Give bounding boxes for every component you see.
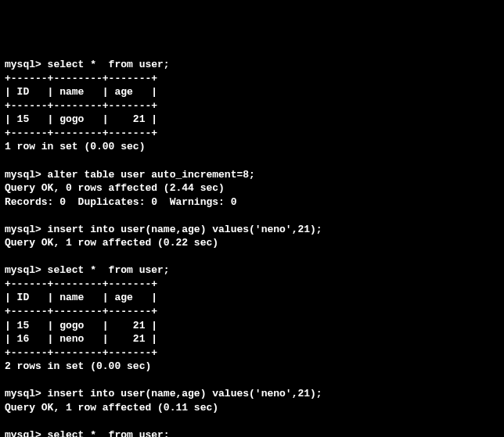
output-line: Query OK, 1 row affected (0.22 sec) xyxy=(5,236,499,250)
blank-line xyxy=(5,414,499,428)
mysql-command[interactable]: mysql> select * from user; xyxy=(5,58,499,72)
blank-line xyxy=(5,209,499,223)
mysql-command[interactable]: mysql> select * from user; xyxy=(5,263,499,278)
output-line: Query OK, 0 rows affected (2.44 sec) xyxy=(5,181,499,195)
table-row: | 15 | gogo | 21 | xyxy=(5,113,499,127)
mysql-terminal[interactable]: mysql> select * from user;+------+------… xyxy=(5,58,499,437)
table-row: | 15 | gogo | 21 | xyxy=(5,319,499,333)
output-line: Records: 0 Duplicates: 0 Warnings: 0 xyxy=(5,195,499,210)
table-separator: +------+--------+-------+ xyxy=(5,72,499,86)
table-separator: +------+--------+-------+ xyxy=(5,278,499,292)
table-header: | ID | name | age | xyxy=(5,291,499,305)
table-separator: +------+--------+-------+ xyxy=(5,346,499,360)
table-separator: +------+--------+-------+ xyxy=(5,127,499,141)
table-separator: +------+--------+-------+ xyxy=(5,305,499,319)
output-line: 1 row in set (0.00 sec) xyxy=(5,140,499,154)
output-line: 2 rows in set (0.00 sec) xyxy=(5,360,499,374)
output-line: Query OK, 1 row affected (0.11 sec) xyxy=(5,401,499,415)
table-separator: +------+--------+-------+ xyxy=(5,99,499,113)
blank-line xyxy=(5,250,499,264)
mysql-command[interactable]: mysql> select * from user; xyxy=(5,428,499,437)
mysql-command[interactable]: mysql> alter table user auto_increment=8… xyxy=(5,168,499,182)
mysql-command[interactable]: mysql> insert into user(name,age) values… xyxy=(5,387,499,401)
blank-line xyxy=(5,374,499,388)
table-header: | ID | name | age | xyxy=(5,85,499,99)
blank-line xyxy=(5,154,499,168)
mysql-command[interactable]: mysql> insert into user(name,age) values… xyxy=(5,223,499,237)
table-row: | 16 | neno | 21 | xyxy=(5,332,499,346)
